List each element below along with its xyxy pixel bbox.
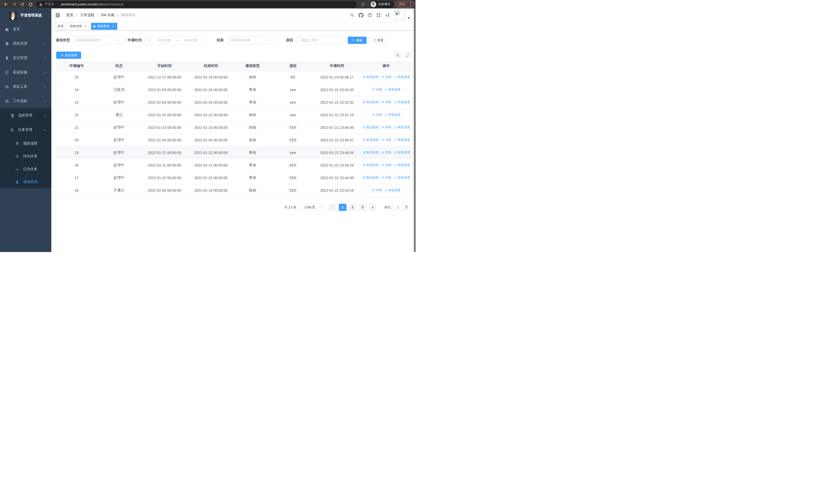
font-size-icon[interactable] (383, 13, 392, 18)
cancel-leave-link[interactable]: 取消请假 (363, 100, 379, 105)
approval-progress-link[interactable]: 审批进度 (394, 150, 410, 155)
cell-type: 事假 (233, 159, 272, 171)
cancel-leave-link[interactable]: 取消请假 (363, 138, 379, 142)
prev-page-button[interactable] (329, 204, 337, 211)
header-search-icon[interactable] (348, 13, 356, 18)
sidebar-item-5[interactable]: 研发工具 (0, 80, 51, 94)
cell-reason: eee (272, 146, 314, 159)
sidebar-item-8[interactable]: 任务管理 (0, 123, 51, 137)
approval-progress-link[interactable]: 审批进度 (394, 125, 410, 129)
approval-progress-link[interactable]: 审批进度 (384, 88, 401, 92)
goto-page-input[interactable]: 1 (392, 204, 404, 211)
cell-end: 2022-01-23 00:00:00 (189, 121, 233, 134)
approval-progress-link[interactable]: 审批进度 (394, 176, 410, 180)
next-page-button[interactable] (369, 204, 376, 211)
approval-progress-link[interactable]: 审批进度 (384, 113, 401, 117)
table-search-toggle-button[interactable] (395, 52, 401, 59)
page-button-3[interactable]: 3 (359, 204, 367, 211)
cancel-leave-link[interactable]: 取消请假 (363, 176, 379, 180)
sidebar-item-1[interactable]: 首页 (0, 22, 51, 36)
sidebar-item-2[interactable]: 系统管理 (0, 36, 51, 51)
detail-link[interactable]: 详情 (372, 88, 382, 92)
sidebar-item-9[interactable]: 我的流程 (0, 137, 51, 150)
page-button-2[interactable]: 2 (349, 204, 356, 211)
detail-link[interactable]: 详情 (381, 176, 391, 180)
browser-home-button[interactable] (28, 2, 33, 7)
approval-progress-link[interactable]: 审批进度 (394, 138, 410, 142)
user-avatar[interactable] (395, 10, 412, 20)
goto-page: 前往 1 页 (384, 204, 408, 211)
breadcrumb-item[interactable]: 首页 (66, 13, 74, 18)
browser-reload-button[interactable] (20, 2, 25, 7)
page-size-select[interactable]: 10条/页 (299, 204, 324, 211)
tab-1[interactable]: 首页 (55, 23, 66, 30)
address-bar[interactable]: 不安全 dashboard.yudao.iocoder.cn/bpm/oa/le… (36, 1, 357, 8)
leave-type-label: 请假类型 (56, 38, 70, 42)
cell-applied: 2022-01-22 23:46:47 (314, 134, 360, 146)
approval-progress-link[interactable]: 审批进度 (394, 100, 410, 105)
incognito-icon (371, 2, 376, 7)
detail-link[interactable]: 详情 (372, 113, 382, 117)
github-icon[interactable] (356, 13, 366, 18)
bookmark-star-icon[interactable] (360, 2, 367, 6)
search-button[interactable]: 搜索 (348, 37, 367, 44)
result-select[interactable]: 请选择流结果 (227, 36, 275, 45)
sidebar-item-4[interactable]: 基础设施 (0, 65, 51, 80)
cell-status: 已取消 (97, 83, 140, 96)
breadcrumb-separator: / (97, 13, 98, 17)
tab-2[interactable]: 流程详情× (67, 23, 90, 30)
cell-end: 2022-01-19 00:00:00 (189, 71, 233, 83)
chevron-down-icon (44, 114, 47, 117)
reset-button[interactable]: 重置 (369, 37, 388, 44)
create-leave-button[interactable]: 发起请假 (56, 52, 81, 59)
column-header: 开始时间 (140, 61, 189, 71)
leave-type-select[interactable]: 请选择请假类型 (73, 36, 124, 45)
cancel-leave-link[interactable]: 取消请假 (363, 125, 379, 129)
sidebar-item-3[interactable]: ¥支付管理 (0, 51, 51, 65)
sidebar-logo[interactable]: 芋道管理系统 (0, 8, 51, 22)
sidebar-item-10[interactable]: 待办任务 (0, 150, 51, 163)
cancel-leave-link[interactable]: 取消请假 (363, 75, 379, 79)
detail-link[interactable]: 详情 (381, 75, 391, 79)
cancel-leave-link[interactable]: 取消请假 (363, 150, 379, 155)
sidebar-item-12[interactable]: 请假查询 (0, 176, 51, 188)
table-refresh-button[interactable] (404, 52, 411, 59)
detail-link[interactable]: 详情 (372, 188, 382, 192)
browser-update-button[interactable]: 更新 (395, 1, 414, 8)
cell-status: 处理中 (97, 121, 140, 134)
cancel-leave-link[interactable]: 取消请假 (363, 163, 379, 167)
browser-menu-icon[interactable] (409, 2, 412, 6)
browser-scrollbar[interactable] (413, 8, 416, 252)
tab-3[interactable]: 请假查询× (91, 23, 117, 30)
detail-link[interactable]: 详情 (381, 163, 391, 167)
approval-progress-link[interactable]: 审批进度 (394, 163, 410, 167)
pager: 123 (327, 204, 377, 211)
cell-status: 处理中 (97, 134, 140, 146)
browser-forward-button[interactable] (11, 2, 17, 7)
avatar-broken-image (395, 10, 405, 20)
sidebar-item-6[interactable]: 工作流程 (0, 94, 51, 108)
sidebar-item-label: 我的流程 (23, 141, 37, 146)
detail-link[interactable]: 详情 (381, 138, 391, 142)
fullscreen-icon[interactable] (374, 13, 383, 18)
tab-close-icon[interactable]: × (83, 24, 87, 28)
breadcrumb-item[interactable]: OA 示例 (101, 13, 114, 18)
browser-back-button[interactable] (3, 2, 8, 7)
detail-link[interactable]: 详情 (381, 100, 391, 105)
approval-progress-link[interactable]: 审批进度 (394, 75, 410, 79)
approval-progress-link[interactable]: 审批进度 (384, 188, 401, 192)
detail-link[interactable]: 详情 (381, 125, 391, 129)
sidebar-item-11[interactable]: 已办任务 (0, 163, 51, 176)
gear-icon (5, 42, 9, 46)
reason-input[interactable]: 请输入原因 (298, 36, 345, 45)
help-icon[interactable] (366, 13, 374, 18)
breadcrumb-item[interactable]: 工作流程 (80, 13, 94, 18)
detail-link[interactable]: 详情 (381, 150, 391, 155)
cell-id: 17 (56, 171, 97, 184)
sidebar-item-7[interactable]: 流程管理 (0, 108, 51, 123)
page-button-1[interactable]: 1 (339, 204, 346, 211)
tab-close-icon[interactable]: × (111, 24, 115, 28)
sidebar-toggle-icon[interactable] (51, 13, 64, 18)
column-header: 申请编号 (56, 61, 97, 71)
apply-time-range-picker[interactable]: 开始日期 - 结束日期 (145, 36, 206, 45)
